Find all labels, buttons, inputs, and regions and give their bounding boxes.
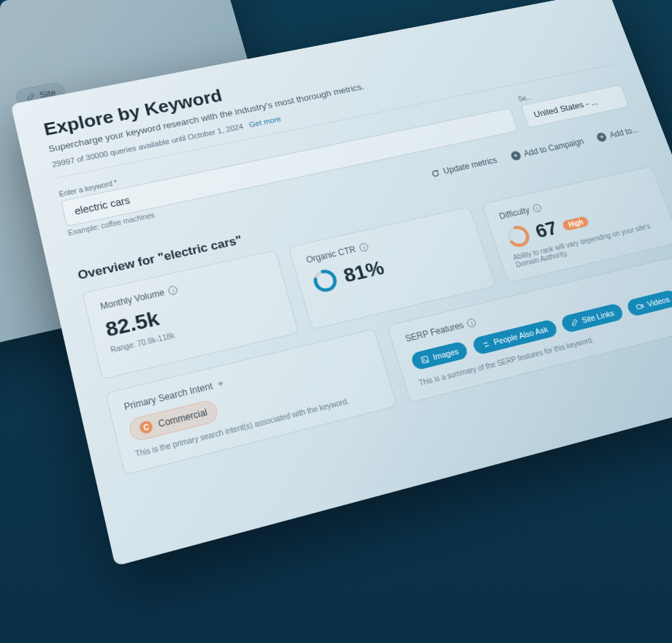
commercial-icon: C [139,419,154,435]
ctr-donut-chart [310,267,340,295]
info-icon[interactable]: i [532,203,542,213]
difficulty-value: 67 [532,217,560,243]
info-icon[interactable]: i [168,285,179,295]
plus-icon: + [596,132,608,142]
info-icon[interactable]: i [466,318,477,328]
update-metrics-button[interactable]: Update metrics [429,156,498,179]
plus-icon: + [510,151,522,161]
link-icon [570,318,580,327]
sparkle-icon: ✦ [215,378,226,389]
serp-pill-videos[interactable]: Videos [626,289,672,317]
metric-label: Difficulty [498,205,531,221]
metric-label: Organic CTR [305,245,357,265]
explore-keyword-panel: Explore by Keyword Supercharge your keyw… [11,0,672,566]
add-to-button[interactable]: + Add to... [596,125,640,142]
difficulty-badge: High [562,216,590,231]
refresh-icon [429,168,441,178]
info-icon[interactable]: i [359,243,370,253]
svg-rect-15 [636,304,642,309]
svg-point-10 [313,270,337,292]
swap-icon [481,340,491,349]
difficulty-donut-chart [503,223,533,251]
svg-rect-13 [421,356,429,363]
ctr-value: 81% [341,256,387,287]
serp-pill-images[interactable]: Images [410,340,469,370]
svg-point-14 [423,358,424,359]
image-icon [420,354,430,364]
video-icon [635,302,645,311]
get-more-link[interactable]: Get more [248,115,282,129]
serp-pill-sitelinks[interactable]: Site Links [560,303,625,333]
